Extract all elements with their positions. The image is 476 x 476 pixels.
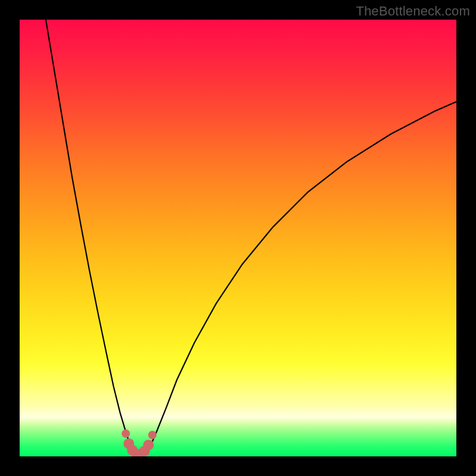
bottleneck-dot <box>148 431 156 439</box>
bottleneck-marks <box>121 430 156 456</box>
outer-frame: TheBottleneck.com <box>0 0 476 476</box>
bottleneck-dot <box>143 440 154 450</box>
plot-area <box>20 20 456 456</box>
bottleneck-dot <box>121 430 130 438</box>
watermark-text: TheBottleneck.com <box>356 4 470 19</box>
curve-svg <box>20 20 456 456</box>
curve-right-branch <box>146 102 456 455</box>
curve-left-branch <box>46 20 136 455</box>
